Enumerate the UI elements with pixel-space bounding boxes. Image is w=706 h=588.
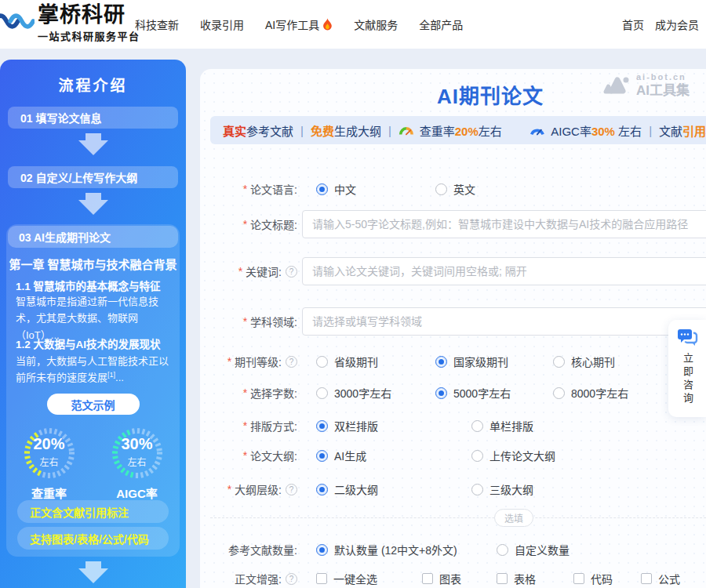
radio-two-level-outline[interactable]: 二级大纲 xyxy=(316,481,471,497)
aigc-rate-gauge: 30% 左右 AIGC率 xyxy=(104,425,171,501)
keywords-input[interactable] xyxy=(302,257,706,285)
form-row-title: *论文标题: xyxy=(200,210,706,238)
sample-section-1-title: 1.1 智慧城市的基本概念与特征 xyxy=(16,278,172,293)
step-3-preview-card: 03 AI生成期刊论文 第一章 智慧城市与技术融合背景 1.1 智慧城市的基本概… xyxy=(6,224,180,557)
help-icon[interactable]: ? xyxy=(286,266,297,278)
checkbox-charts[interactable]: 图表 xyxy=(422,571,497,586)
help-icon[interactable]: ? xyxy=(286,356,297,368)
radio-one-column[interactable]: 单栏排版 xyxy=(471,418,533,434)
infinity-logo-icon xyxy=(0,8,35,34)
nav-all-products[interactable]: 全部产品 xyxy=(419,16,463,32)
mini-gauge-icon xyxy=(398,125,414,136)
radio-custom-references[interactable]: 自定义数量 xyxy=(497,542,570,557)
radio-core-journal[interactable]: 核心期刊 xyxy=(553,354,615,369)
form-row-layout: *排版方式: 双栏排版 单栏排版 xyxy=(200,417,706,434)
page: 掌桥科研 一站式科研服务平台 科技查新 收录引用 AI写作工具 文献服务 全部产… xyxy=(0,0,706,588)
feature-strip: 真实参考文献 | 免费生成大纲 | 查重率20%左右 AIGC率30% 左右 |… xyxy=(210,116,706,144)
mini-gauge-icon xyxy=(530,125,545,136)
checkbox-icon xyxy=(641,573,652,584)
radio-icon xyxy=(435,356,447,368)
radio-icon xyxy=(471,450,483,462)
optional-divider: 选填 xyxy=(210,509,706,526)
radio-icon xyxy=(316,544,328,556)
form-row-journal-level: *期刊等级:? 省级期刊 国家级期刊 核心期刊 xyxy=(200,353,706,370)
sample-section-2-text: 当前，大数据与人工智能技术正以前所未有的速度发展[1]... xyxy=(16,353,172,387)
consult-widget[interactable]: 立即咨询 xyxy=(668,320,706,417)
consult-label: 立即咨询 xyxy=(681,353,693,406)
checkbox-formula[interactable]: 公式 xyxy=(641,571,680,586)
optional-badge: 选填 xyxy=(494,509,533,527)
chat-icon xyxy=(676,328,698,348)
duplicate-rate-gauge: 20% 左右 查重率 xyxy=(16,425,83,501)
nav-home[interactable]: 首页 xyxy=(622,16,644,32)
top-header: 掌桥科研 一站式科研服务平台 科技查新 收录引用 AI写作工具 文献服务 全部产… xyxy=(0,0,706,49)
nav-literature-service[interactable]: 文献服务 xyxy=(354,16,398,32)
form-row-body-enhance: 正文增强:? 一键全选 图表 表格 代码 公式 xyxy=(200,570,706,587)
paper-title-input[interactable] xyxy=(302,210,706,238)
main-nav: 科技查新 收录引用 AI写作工具 文献服务 全部产品 xyxy=(135,0,463,49)
nav-ai-writing-tools[interactable]: AI写作工具 xyxy=(265,16,333,32)
sample-chapter-title: 第一章 智慧城市与技术融合背景 xyxy=(6,256,180,272)
form-row-language: *论文语言: 中文 英文 xyxy=(200,180,706,198)
sidebar-title: 流程介绍 xyxy=(0,74,186,95)
step-3-header: 03 AI生成期刊论文 xyxy=(8,226,178,248)
help-icon[interactable]: ? xyxy=(286,573,297,585)
radio-icon xyxy=(316,420,328,432)
down-arrow-icon xyxy=(78,561,109,585)
page-title: AI期刊论文 xyxy=(200,80,706,109)
logo-subtitle: 一站式科研服务平台 xyxy=(38,28,140,43)
radio-icon xyxy=(553,356,565,368)
form-row-word-count: *选择字数: 3000字左右 5000字左右 8000字左右 xyxy=(200,384,706,401)
radio-ai-generate-outline[interactable]: AI生成 xyxy=(316,448,471,463)
checkbox-icon xyxy=(497,573,508,584)
checkbox-icon xyxy=(316,573,327,584)
checkbox-icon xyxy=(422,573,433,584)
nav-tech-novelty[interactable]: 科技查新 xyxy=(135,16,179,32)
sample-paper-button[interactable]: 范文示例 xyxy=(47,394,140,415)
radio-icon xyxy=(435,387,447,399)
radio-chinese[interactable]: 中文 xyxy=(316,181,435,197)
radio-three-level-outline[interactable]: 三级大纲 xyxy=(471,481,533,497)
checkbox-select-all[interactable]: 一键全选 xyxy=(316,571,422,586)
ai-journal-form-panel: ai-bot.cn AI工具集 AI期刊论文 真实参考文献 | 免费生成大纲 |… xyxy=(200,69,706,588)
process-sidebar: 流程介绍 01 填写论文信息 02 自定义/上传写作大纲 03 AI生成期刊论文… xyxy=(0,60,186,588)
nav-become-member[interactable]: 成为会员 xyxy=(655,16,699,32)
radio-icon xyxy=(316,387,328,399)
gauge-ticks-icon xyxy=(21,425,78,481)
checkbox-tables[interactable]: 表格 xyxy=(497,571,573,586)
form-row-outline-source: *论文大纲: AI生成 上传论文大纲 xyxy=(200,447,706,464)
radio-icon xyxy=(471,420,483,432)
checkbox-code[interactable]: 代码 xyxy=(573,571,641,586)
radio-8000-words[interactable]: 8000字左右 xyxy=(553,385,628,401)
step-1-card: 01 填写论文信息 xyxy=(8,107,178,129)
flame-icon xyxy=(322,18,333,31)
subject-field-input[interactable] xyxy=(302,307,706,336)
radio-icon xyxy=(435,183,447,195)
nav-citation-index[interactable]: 收录引用 xyxy=(200,16,244,32)
radio-icon xyxy=(316,183,328,195)
sample-section-2-title: 1.2 大数据与AI技术的发展现状 xyxy=(16,336,172,351)
form-row-outline-level: *大纲层级:? 二级大纲 三级大纲 xyxy=(200,481,706,498)
form-row-subject: *学科领域: xyxy=(200,307,706,336)
logo-title: 掌桥科研 xyxy=(38,3,140,27)
logo[interactable]: 掌桥科研 一站式科研服务平台 xyxy=(0,3,140,43)
radio-3000-words[interactable]: 3000字左右 xyxy=(316,385,435,401)
step-2-card: 02 自定义/上传写作大纲 xyxy=(8,166,178,188)
radio-provincial-journal[interactable]: 省级期刊 xyxy=(316,354,435,369)
gauge-ticks-icon xyxy=(109,425,166,481)
radio-icon xyxy=(497,544,508,556)
radio-default-references[interactable]: 默认数量 (12中文+8外文) xyxy=(316,542,497,557)
radio-5000-words[interactable]: 5000字左右 xyxy=(435,385,553,401)
radio-english[interactable]: 英文 xyxy=(435,181,475,197)
help-icon[interactable]: ? xyxy=(286,484,297,495)
feature-pill-charts: 支持图表/表格/公式/代码 xyxy=(17,527,169,550)
radio-two-column[interactable]: 双栏排版 xyxy=(316,418,471,434)
down-arrow-icon xyxy=(78,193,109,216)
radio-icon xyxy=(316,450,328,462)
checkbox-icon xyxy=(573,573,584,584)
form-row-reference-count: 参考文献数量: 默认数量 (12中文+8外文) 自定义数量 xyxy=(200,541,706,558)
radio-national-journal[interactable]: 国家级期刊 xyxy=(435,354,553,369)
radio-upload-outline[interactable]: 上传论文大纲 xyxy=(471,448,555,463)
form-row-keywords: *关键词:? xyxy=(200,257,706,285)
user-nav: 首页 成为会员 我 xyxy=(622,0,706,49)
